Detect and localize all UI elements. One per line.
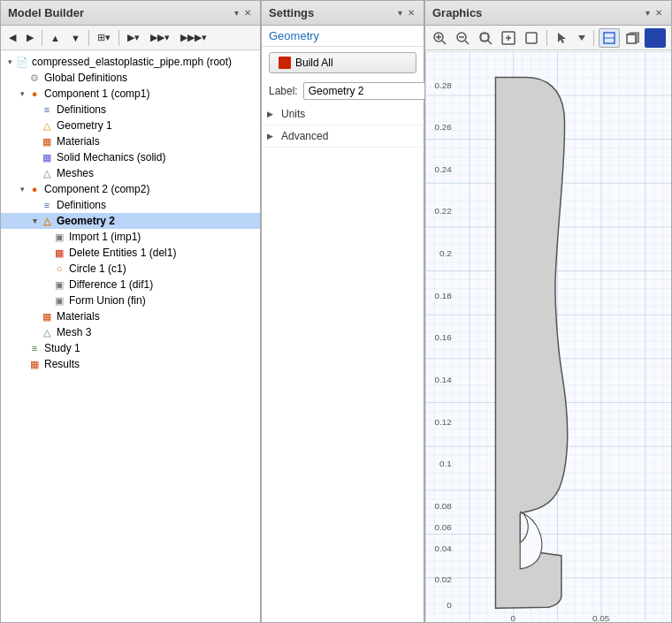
- add-button[interactable]: ⊞▾: [93, 29, 115, 46]
- tree-item-icon-import1: ▣: [52, 230, 66, 244]
- tree-item-label-del1: Delete Entities 1 (del1): [69, 247, 176, 259]
- svg-text:0.28: 0.28: [435, 80, 453, 90]
- view2d-button[interactable]: [599, 28, 620, 48]
- tree-item-del1[interactable]: ▦Delete Entities 1 (del1): [1, 245, 260, 261]
- toolbar-sep-1: [42, 30, 42, 46]
- tree-item-icon-geom1: △: [40, 118, 54, 133]
- tree-item-label-global_defs: Global Definitions: [44, 72, 127, 84]
- tree-item-defs1[interactable]: ≡Definitions: [1, 102, 260, 118]
- tree-item-geom1[interactable]: △Geometry 1: [1, 118, 260, 133]
- view3d-button[interactable]: [622, 28, 643, 48]
- section-label-advanced: Advanced: [281, 130, 328, 142]
- svg-text:0.2: 0.2: [439, 248, 452, 258]
- tree-item-icon-formunion: ▣: [52, 293, 66, 308]
- view3d-icon: [625, 31, 639, 45]
- header-collapse-btn[interactable]: ▾: [233, 7, 241, 19]
- svg-text:0.16: 0.16: [435, 332, 453, 342]
- model-builder-title: Model Builder: [8, 6, 84, 19]
- svg-line-8: [488, 41, 492, 44]
- tree-item-mesh3[interactable]: △Mesh 3: [1, 324, 260, 340]
- tree-item-root[interactable]: ▾📄compressed_elastoplastic_pipe.mph (roo…: [1, 54, 260, 70]
- select-down-button[interactable]: [575, 31, 589, 45]
- graphics-close-btn[interactable]: ✕: [653, 7, 664, 19]
- svg-text:0.26: 0.26: [435, 122, 453, 132]
- highlight-icon: [648, 31, 662, 45]
- tree-expander[interactable]: ▾: [4, 57, 15, 66]
- tree-item-study1[interactable]: ≡Study 1: [1, 340, 260, 356]
- move-down-button[interactable]: ▼: [66, 30, 85, 46]
- tree-expander[interactable]: ▾: [29, 217, 40, 225]
- tree-item-diff1[interactable]: ▣Difference 1 (dif1): [1, 277, 260, 293]
- svg-rect-18: [627, 34, 636, 43]
- tree-item-icon-comp1: ●: [27, 87, 42, 101]
- tree-item-label-geom2: Geometry 2: [57, 215, 115, 227]
- window-zoom-button[interactable]: [521, 28, 542, 48]
- svg-marker-19: [627, 33, 639, 43]
- tree-item-results[interactable]: ▦Results: [1, 356, 260, 372]
- label-row: Label:: [262, 79, 424, 103]
- section-advanced[interactable]: ▶Advanced: [262, 125, 424, 148]
- settings-header: Settings ▾ ✕: [262, 1, 424, 26]
- graphics-header-controls: ▾ ✕: [644, 7, 664, 19]
- tree-item-label-circle1: Circle 1 (c1): [69, 262, 126, 275]
- tree-item-icon-geom2: △: [40, 214, 54, 228]
- view2d-icon: [602, 31, 616, 45]
- zoom-out-button[interactable]: [452, 28, 473, 48]
- tree-item-import1[interactable]: ▣Import 1 (imp1): [1, 229, 260, 245]
- build-btn[interactable]: ▶▾: [123, 29, 144, 46]
- tree-item-mat2[interactable]: ▦Materials: [1, 308, 260, 324]
- cursor-icon: [555, 31, 569, 45]
- build2-btn[interactable]: ▶▶▾: [146, 29, 174, 46]
- svg-text:0.12: 0.12: [435, 417, 453, 427]
- move-up-button[interactable]: ▲: [46, 30, 65, 46]
- settings-close-btn[interactable]: ✕: [406, 7, 416, 19]
- section-units[interactable]: ▶Units: [262, 103, 424, 125]
- svg-text:0.06: 0.06: [435, 522, 453, 532]
- tree-item-mesh1[interactable]: △Meshes: [1, 165, 260, 181]
- toolbar-sep-2: [88, 30, 89, 46]
- header-menu-btn[interactable]: ✕: [242, 7, 253, 19]
- chevron-down-icon: [578, 34, 585, 42]
- tree-item-mat1[interactable]: ▦Materials: [1, 133, 260, 149]
- forward-button[interactable]: ▶: [22, 29, 38, 46]
- graphics-header: Graphics ▾ ✕: [425, 1, 671, 26]
- svg-text:0.02: 0.02: [435, 574, 453, 584]
- graphics-collapse-btn[interactable]: ▾: [644, 7, 652, 19]
- tree-expander[interactable]: ▾: [17, 185, 27, 194]
- window-zoom-icon: [524, 31, 538, 45]
- svg-line-6: [465, 41, 469, 44]
- tree-item-comp2[interactable]: ▾●Component 2 (comp2): [1, 181, 260, 197]
- svg-rect-9: [481, 34, 488, 41]
- tree-item-formunion[interactable]: ▣Form Union (fin): [1, 293, 260, 308]
- zoom-extents-button[interactable]: [498, 28, 519, 48]
- tree-item-label-root: compressed_elastoplastic_pipe.mph (root): [32, 56, 232, 68]
- tree-item-icon-comp2: ●: [27, 182, 42, 196]
- tree-item-label-geom1: Geometry 1: [57, 119, 112, 132]
- svg-text:0.24: 0.24: [435, 164, 453, 174]
- build-all-button[interactable]: Build All: [269, 52, 416, 73]
- svg-rect-13: [526, 33, 537, 43]
- svg-text:0.08: 0.08: [435, 501, 453, 511]
- tree-item-icon-defs2: ≡: [40, 198, 54, 212]
- svg-marker-14: [558, 33, 566, 43]
- build3-btn[interactable]: ▶▶▶▾: [176, 29, 211, 46]
- tree-expander[interactable]: ▾: [17, 89, 27, 98]
- zoom-fit-button[interactable]: [475, 28, 496, 48]
- tree-item-circle1[interactable]: ○Circle 1 (c1): [1, 261, 260, 277]
- highlight-button[interactable]: [645, 28, 666, 48]
- tree-item-label-solid: Solid Mechanics (solid): [57, 151, 165, 163]
- tree-item-global_defs[interactable]: ⚙Global Definitions: [1, 70, 260, 86]
- tree-item-defs2[interactable]: ≡Definitions: [1, 197, 260, 213]
- tree-item-comp1[interactable]: ▾●Component 1 (comp1): [1, 86, 260, 102]
- tree-item-label-mat1: Materials: [57, 135, 100, 148]
- zoom-in-button[interactable]: [429, 28, 450, 48]
- back-button[interactable]: ◀: [4, 29, 20, 46]
- build-all-label: Build All: [295, 57, 333, 69]
- graphics-panel: Graphics ▾ ✕: [424, 0, 672, 623]
- tree-item-label-mat2: Materials: [57, 310, 100, 323]
- tree-item-geom2[interactable]: ▾△Geometry 2: [1, 213, 260, 229]
- settings-collapse-btn[interactable]: ▾: [396, 7, 404, 19]
- graphics-canvas[interactable]: 0.28 0.26 0.24 0.22 0.2 0.18 0.16 0.14 0…: [425, 50, 671, 622]
- select-button[interactable]: [552, 28, 573, 48]
- tree-item-solid[interactable]: ▦Solid Mechanics (solid): [1, 149, 260, 165]
